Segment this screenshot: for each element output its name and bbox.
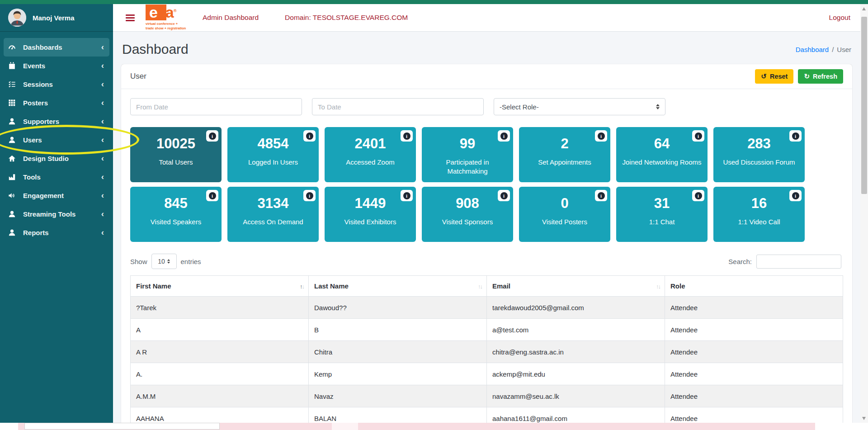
stat-label: Visited Posters	[519, 217, 610, 227]
info-icon[interactable]: i	[401, 190, 413, 201]
avatar[interactable]	[8, 9, 26, 27]
sidebar-item-reports[interactable]: Reports ‹	[4, 223, 109, 242]
sidebar-user-panel: Manoj Verma	[0, 4, 113, 32]
calendar-icon	[8, 61, 16, 70]
user-name: Manoj Verma	[33, 14, 75, 22]
page-title: Dashboard	[122, 42, 189, 57]
stat-card-visited-speakers: i 845 Visited Speakers	[130, 187, 222, 242]
info-icon[interactable]: i	[206, 190, 218, 201]
scroll-up-arrow-icon[interactable]	[862, 7, 866, 10]
sort-icon: ↑↓	[656, 283, 660, 289]
sidebar: Manoj Verma Dashboards ‹ Events ‹ Sessio…	[0, 4, 113, 430]
info-icon[interactable]: i	[595, 190, 607, 201]
sidebar-item-supporters[interactable]: Supporters ‹	[4, 112, 109, 131]
stat-label: Visited Sponsors	[422, 217, 513, 227]
info-icon[interactable]: i	[303, 190, 316, 201]
info-icon[interactable]: i	[595, 130, 607, 142]
sidebar-item-events[interactable]: Events ‹	[4, 57, 109, 75]
sidebar-item-users[interactable]: Users ‹	[4, 131, 109, 149]
chevron-left-icon: ‹	[101, 117, 104, 125]
search-label: Search:	[728, 258, 752, 265]
scrollbar-thumb[interactable]	[861, 17, 867, 194]
sidebar-item-dashboards[interactable]: Dashboards ‹	[4, 38, 109, 57]
stat-label: Logged In Users	[227, 158, 319, 167]
column-header-first-name[interactable]: First Name↑↓	[131, 276, 309, 297]
cell-last-name: Kemp	[309, 363, 487, 385]
vertical-scrollbar[interactable]	[860, 4, 868, 430]
entries-label: entries	[181, 258, 201, 265]
info-icon[interactable]: i	[303, 130, 316, 142]
role-select[interactable]: -Select Role-	[494, 98, 665, 115]
find-input[interactable]	[24, 423, 220, 430]
stat-label: Set Appointments	[519, 158, 610, 167]
stat-card-accessed-zoom: i 2401 Accessed Zoom	[325, 127, 416, 182]
sidebar-item-label: Tools	[23, 173, 101, 181]
logo-wordmark: eva®	[149, 2, 176, 21]
logo-tagline: virtual conference + trade show + regist…	[146, 22, 193, 31]
cell-role: Attendee	[665, 297, 843, 319]
chevron-left-icon: ‹	[101, 209, 104, 218]
sidebar-item-label: Design Studio	[23, 155, 101, 162]
info-icon[interactable]: i	[401, 130, 413, 142]
sidebar-item-posters[interactable]: Posters ‹	[4, 94, 109, 112]
sidebar-item-label: Posters	[23, 99, 101, 107]
stat-card-visited-sponsors: i 908 Visited Sponsors	[422, 187, 513, 242]
top-header: eva® virtual conference + trade show + r…	[113, 4, 860, 32]
info-icon[interactable]: i	[498, 190, 510, 201]
reset-button[interactable]: ↺Reset	[755, 69, 793, 84]
search-input[interactable]	[756, 255, 841, 269]
sidebar-item-label: Dashboards	[23, 43, 101, 51]
breadcrumb-dashboard-link[interactable]: Dashboard	[796, 46, 829, 53]
stat-card-discussion-forum: i 283 Used Discussion Forum	[713, 127, 805, 182]
info-icon[interactable]: i	[692, 130, 704, 142]
cell-last-name: Chitra	[309, 341, 487, 363]
stat-card-matchmaking: i 99 Participated in Matchmaking	[422, 127, 513, 182]
table-row: A.M.M Navaz navazamm@seu.ac.lk Attendee	[131, 385, 843, 407]
breadcrumb: Dashboard/User	[796, 46, 851, 53]
to-date-input[interactable]	[312, 98, 484, 115]
info-icon[interactable]: i	[692, 190, 704, 201]
domain-label: Domain: TESOLSTAGE.EVAREG.COM	[285, 14, 408, 22]
from-date-input[interactable]	[130, 98, 302, 115]
main-content: Dashboard Dashboard/User User ↺Reset ↻Re…	[113, 32, 860, 430]
sidebar-item-sessions[interactable]: Sessions ‹	[4, 75, 109, 94]
info-icon[interactable]: i	[789, 190, 802, 201]
hamburger-menu-icon[interactable]	[126, 14, 135, 21]
scroll-down-arrow-icon[interactable]	[862, 417, 866, 420]
sidebar-item-tools[interactable]: Tools ‹	[4, 168, 109, 186]
sort-icon: ↑↓	[478, 283, 482, 289]
table-row: A B a@test.com Attendee	[131, 319, 843, 341]
top-green-strip	[0, 0, 868, 4]
stat-card-networking-rooms: i 64 Joined Networking Rooms	[616, 127, 708, 182]
tachometer-icon	[8, 43, 16, 52]
admin-dashboard-link[interactable]: Admin Dashboard	[203, 14, 259, 22]
stat-label: Visited Speakers	[130, 217, 222, 227]
column-header-last-name[interactable]: Last Name↑↓	[309, 276, 487, 297]
column-header-role[interactable]: Role	[665, 276, 843, 297]
cell-email: navazamm@seu.ac.lk	[487, 385, 665, 407]
page-length-select[interactable]: 10	[151, 254, 177, 269]
stat-label: Accessed Zoom	[325, 158, 416, 167]
chevron-left-icon: ‹	[101, 135, 104, 144]
cell-first-name: ?Tarek	[131, 297, 309, 319]
sidebar-item-label: Reports	[23, 229, 101, 236]
grid-icon	[8, 99, 16, 107]
stat-card-set-appointments: i 2 Set Appointments	[519, 127, 610, 182]
chevron-left-icon: ‹	[101, 43, 104, 51]
column-header-email[interactable]: Email↑↓	[487, 276, 665, 297]
logout-link[interactable]: Logout	[829, 14, 850, 22]
info-icon[interactable]: i	[498, 130, 510, 142]
select-arrows-icon	[656, 104, 660, 109]
refresh-button[interactable]: ↻Refresh	[798, 69, 843, 84]
stat-label: Visited Exhibitors	[325, 217, 416, 227]
sort-icon: ↑↓	[300, 283, 304, 289]
sidebar-item-label: Engagement	[23, 192, 101, 199]
list-check-icon	[8, 80, 16, 89]
sidebar-item-design-studio[interactable]: Design Studio ‹	[4, 149, 109, 168]
eva-logo[interactable]: eva® virtual conference + trade show + r…	[146, 5, 193, 31]
info-icon[interactable]: i	[206, 130, 218, 142]
table-header-row: First Name↑↓ Last Name↑↓ Email↑↓ Role	[131, 276, 843, 297]
sidebar-item-streaming-tools[interactable]: Streaming Tools ‹	[4, 205, 109, 223]
info-icon[interactable]: i	[789, 130, 802, 142]
sidebar-item-engagement[interactable]: Engagement ‹	[4, 186, 109, 205]
